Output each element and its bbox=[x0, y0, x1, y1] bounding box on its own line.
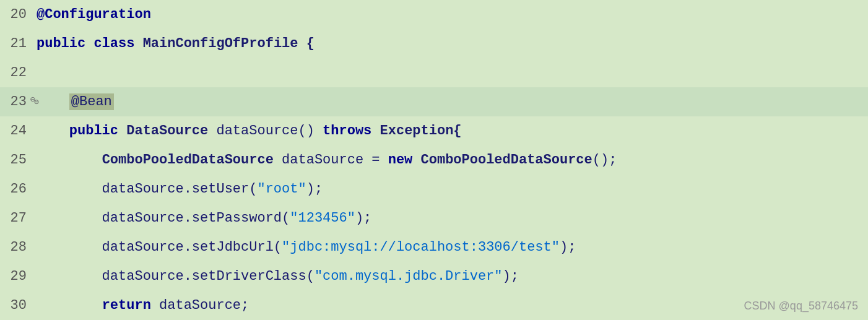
code-line-21: 21 public class MainConfigOfProfile { bbox=[0, 29, 868, 58]
code-content-25: ComboPooledDataSource dataSource = new C… bbox=[34, 152, 868, 168]
code-line-23: 23⊖ @Bean bbox=[0, 87, 868, 116]
line-number-20: 20 bbox=[0, 7, 34, 22]
code-content-27: dataSource.setPassword("123456"); bbox=[34, 210, 868, 226]
line-number-22: 22 bbox=[0, 65, 34, 80]
code-content-29: dataSource.setDriverClass("com.mysql.jdb… bbox=[34, 269, 868, 284]
code-content-23: @Bean bbox=[34, 94, 868, 110]
code-content-28: dataSource.setJdbcUrl("jdbc:mysql://loca… bbox=[34, 240, 868, 255]
line-number-28: 28 bbox=[0, 240, 34, 255]
code-editor: 20 @Configuration 21 public class MainCo… bbox=[0, 0, 868, 320]
code-line-26: 26 dataSource.setUser("root"); bbox=[0, 175, 868, 204]
code-content-30: return dataSource; bbox=[34, 298, 868, 313]
line-number-23: 23⊖ bbox=[0, 94, 34, 110]
watermark-text: CSDN @qq_58746475 bbox=[744, 300, 858, 313]
code-line-29: 29 dataSource.setDriverClass("com.mysql.… bbox=[0, 262, 868, 291]
line-number-29: 29 bbox=[0, 269, 34, 284]
code-line-30: 30 return dataSource; bbox=[0, 291, 868, 320]
code-content-26: dataSource.setUser("root"); bbox=[34, 181, 868, 197]
code-content-21: public class MainConfigOfProfile { bbox=[34, 36, 868, 51]
code-line-22: 22 bbox=[0, 58, 868, 87]
code-line-24: 24 public DataSource dataSource() throws… bbox=[0, 116, 868, 145]
line-number-30: 30 bbox=[0, 298, 34, 313]
code-line-25: 25 ComboPooledDataSource dataSource = ne… bbox=[0, 145, 868, 175]
line-number-21: 21 bbox=[0, 36, 34, 51]
line-number-26: 26 bbox=[0, 181, 34, 197]
code-line-20: 20 @Configuration bbox=[0, 0, 868, 29]
code-content-20: @Configuration bbox=[34, 7, 868, 22]
code-line-28: 28 dataSource.setJdbcUrl("jdbc:mysql://l… bbox=[0, 233, 868, 262]
code-content-24: public DataSource dataSource() throws Ex… bbox=[34, 123, 868, 139]
line-number-27: 27 bbox=[0, 210, 34, 226]
line-number-24: 24 bbox=[0, 123, 34, 139]
code-line-27: 27 dataSource.setPassword("123456"); bbox=[0, 204, 868, 233]
line-number-25: 25 bbox=[0, 152, 34, 168]
